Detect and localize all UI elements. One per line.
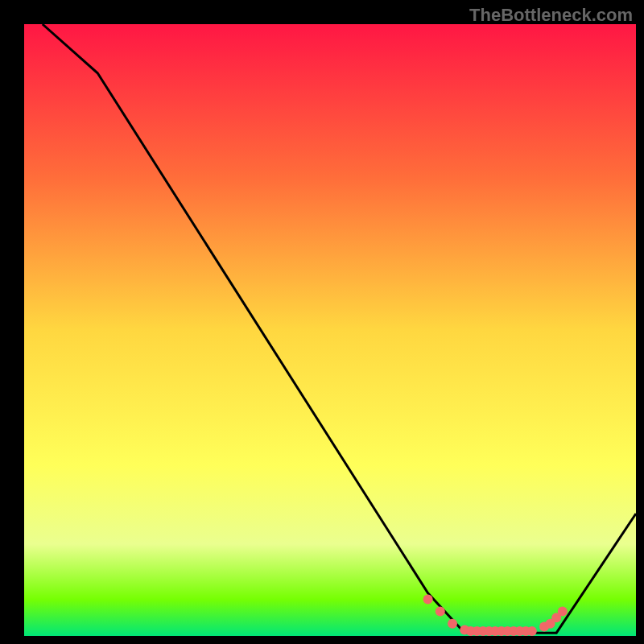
plot-background <box>24 24 636 636</box>
bottleneck-chart <box>0 0 644 644</box>
data-point <box>527 626 537 636</box>
data-point <box>436 607 445 617</box>
data-point <box>558 607 568 617</box>
data-point <box>448 619 457 629</box>
watermark-text: TheBottleneck.com <box>469 5 633 26</box>
chart-svg <box>0 0 644 644</box>
data-point <box>423 594 433 604</box>
